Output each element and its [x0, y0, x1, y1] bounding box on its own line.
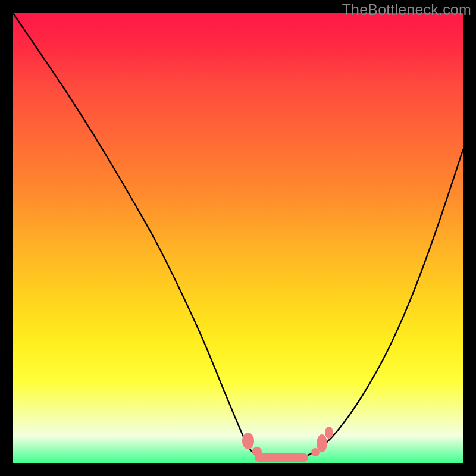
curve-right: [309, 150, 463, 455]
marker: [317, 434, 327, 452]
chart-frame: TheBottleneck.com: [0, 0, 476, 476]
chart-lines: [13, 13, 463, 459]
marker: [242, 433, 254, 449]
chart-plot-area: [13, 13, 463, 463]
marker: [255, 453, 308, 462]
watermark-text: TheBottleneck.com: [342, 1, 471, 18]
curve-left: [13, 13, 258, 456]
marker: [325, 427, 333, 439]
chart-markers: [242, 427, 333, 462]
chart-overlay: [13, 13, 463, 463]
